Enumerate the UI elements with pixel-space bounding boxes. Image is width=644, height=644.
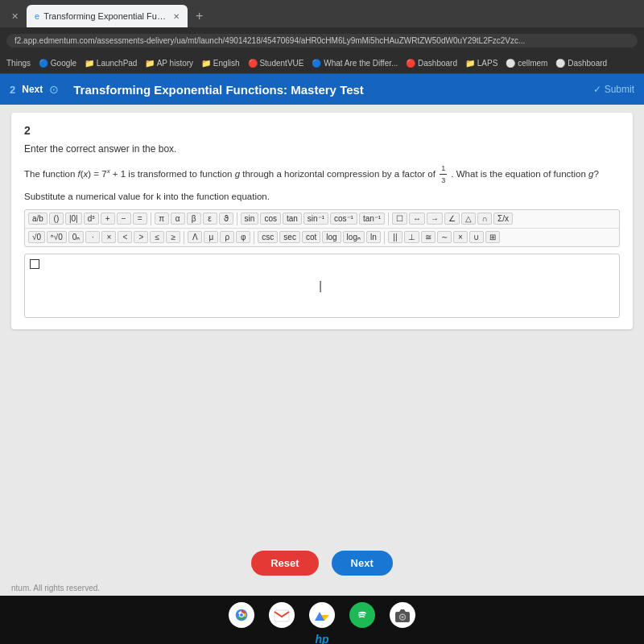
sub-instruction: Substitute a numerical value for k into … bbox=[24, 192, 620, 201]
toolbar-divider4 bbox=[184, 231, 184, 244]
math-toolbar: a/b () |0| d³ + − = π α β ε ϑ sin cos ta… bbox=[24, 209, 620, 247]
math-btn-bidir[interactable]: ↔ bbox=[409, 213, 425, 225]
question-text: The function f(x) = 7x + 1 is transforme… bbox=[24, 163, 620, 187]
bookmark-things[interactable]: Things bbox=[6, 59, 31, 68]
math-btn-gt[interactable]: > bbox=[134, 231, 148, 243]
math-btn-nth-sqrt[interactable]: ⁿ√0 bbox=[47, 231, 67, 243]
math-btn-mu[interactable]: μ bbox=[204, 231, 218, 243]
math-btn-theta[interactable]: ϑ bbox=[219, 213, 233, 225]
math-btn-logn[interactable]: logₙ bbox=[343, 231, 365, 243]
toolbar-divider5 bbox=[254, 231, 254, 244]
taskbar-drive-icon[interactable] bbox=[309, 602, 335, 628]
math-btn-arccos[interactable]: cos⁻¹ bbox=[330, 213, 357, 225]
math-btn-rho[interactable]: ρ bbox=[220, 231, 234, 243]
math-btn-ln[interactable]: ln bbox=[366, 231, 381, 243]
main-content: 2 Enter the correct answer in the box. T… bbox=[0, 105, 644, 539]
active-tab[interactable]: e Transforming Exponential Functi ✕ bbox=[27, 5, 188, 27]
answer-cursor bbox=[30, 259, 39, 269]
math-btn-pi[interactable]: π bbox=[155, 213, 169, 225]
header-next-button[interactable]: Next bbox=[22, 84, 43, 95]
math-btn-box[interactable]: ☐ bbox=[392, 213, 407, 225]
bookmark-dashboard[interactable]: 🔴 Dashboard bbox=[406, 59, 457, 68]
math-btn-angle[interactable]: ∠ bbox=[444, 213, 460, 225]
math-btn-beta[interactable]: β bbox=[187, 213, 201, 225]
question-num-badge: 2 bbox=[10, 84, 15, 96]
check-icon: ✓ bbox=[593, 84, 601, 95]
address-bar-row: f2.app.edmentum.com/assessments-delivery… bbox=[0, 27, 644, 53]
math-toolbar-row1: a/b () |0| d³ + − = π α β ε ϑ sin cos ta… bbox=[25, 210, 619, 229]
taskbar-chrome-icon[interactable] bbox=[229, 602, 254, 628]
bookmark-cellmem[interactable]: ⚪ cellmem bbox=[506, 59, 547, 68]
toolbar-divider bbox=[151, 213, 151, 225]
bookmark-google[interactable]: 🔵 Google bbox=[39, 59, 76, 68]
bookmark-english[interactable]: 📁 English bbox=[201, 59, 240, 68]
math-btn-similar[interactable]: ∼ bbox=[437, 231, 452, 243]
math-btn-phi[interactable]: φ bbox=[236, 231, 250, 243]
reset-button[interactable]: Reset bbox=[251, 551, 318, 576]
math-btn-sqrt[interactable]: √0 bbox=[28, 231, 45, 243]
question-number: 2 bbox=[24, 124, 620, 137]
new-tab-button[interactable]: + bbox=[191, 9, 208, 23]
text-cursor: | bbox=[319, 279, 322, 292]
math-btn-perp[interactable]: ⊥ bbox=[404, 231, 419, 243]
bookmark-studentvue[interactable]: 🔴 StudentVUE bbox=[248, 59, 304, 68]
math-btn-matrix[interactable]: ⊞ bbox=[485, 231, 500, 243]
app-title: Transforming Exponential Functions: Mast… bbox=[73, 83, 364, 97]
math-btn-congruent[interactable]: ≅ bbox=[421, 231, 436, 243]
taskbar-camera-icon[interactable] bbox=[390, 602, 415, 628]
answer-box[interactable]: | bbox=[24, 254, 620, 318]
math-btn-sum[interactable]: Σ/x bbox=[493, 213, 513, 225]
bookmark-laps[interactable]: 📁 LAPS bbox=[465, 59, 497, 68]
math-btn-gte[interactable]: ≥ bbox=[166, 231, 180, 243]
math-btn-subscript[interactable]: 0ₙ bbox=[68, 231, 85, 243]
tab-close-x[interactable]: ✕ bbox=[6, 11, 23, 22]
math-btn-times[interactable]: × bbox=[101, 231, 116, 243]
submit-button[interactable]: ✓ Submit bbox=[593, 84, 634, 95]
tab-close-button[interactable]: ✕ bbox=[173, 12, 180, 21]
math-btn-arcsin[interactable]: sin⁻¹ bbox=[303, 213, 328, 225]
bookmark-dashboard2[interactable]: ⚪ Dashboard bbox=[555, 59, 607, 68]
toolbar-divider3 bbox=[388, 213, 389, 225]
math-btn-intersect[interactable]: ∩ bbox=[477, 213, 492, 225]
bookmark-whatare[interactable]: 🔵 What Are the Differ... bbox=[312, 59, 398, 68]
taskbar-spotify-icon[interactable] bbox=[349, 602, 375, 628]
math-btn-lte[interactable]: ≤ bbox=[150, 231, 164, 243]
address-bar[interactable]: f2.app.edmentum.com/assessments-delivery… bbox=[6, 34, 638, 47]
math-btn-epsilon[interactable]: ε bbox=[203, 213, 217, 225]
math-btn-log[interactable]: log bbox=[322, 231, 341, 243]
math-btn-equals[interactable]: = bbox=[133, 213, 147, 225]
math-btn-cot[interactable]: cot bbox=[302, 231, 320, 243]
math-btn-union[interactable]: ∪ bbox=[469, 231, 484, 243]
math-btn-power[interactable]: d³ bbox=[84, 213, 99, 225]
math-btn-plus[interactable]: + bbox=[101, 213, 115, 225]
math-btn-rarrow[interactable]: → bbox=[427, 213, 443, 225]
hp-logo: hp bbox=[315, 633, 328, 644]
math-btn-abs[interactable]: |0| bbox=[65, 213, 82, 225]
math-btn-minus[interactable]: − bbox=[117, 213, 131, 225]
math-btn-sin[interactable]: sin bbox=[241, 213, 259, 225]
math-btn-cos[interactable]: cos bbox=[260, 213, 281, 225]
math-btn-csc[interactable]: csc bbox=[258, 231, 278, 243]
math-btn-alpha[interactable]: α bbox=[171, 213, 185, 225]
math-btn-parallel[interactable]: || bbox=[388, 231, 402, 243]
math-btn-fraction[interactable]: a/b bbox=[28, 213, 47, 225]
bookmark-ap[interactable]: 📁 AP history bbox=[145, 59, 193, 68]
math-btn-tan[interactable]: tan bbox=[283, 213, 302, 225]
math-btn-dot[interactable]: · bbox=[85, 231, 100, 243]
math-btn-paren[interactable]: () bbox=[49, 213, 64, 225]
next-button[interactable]: Next bbox=[332, 551, 393, 576]
svg-point-7 bbox=[402, 616, 404, 618]
math-btn-arctan[interactable]: tan⁻¹ bbox=[359, 213, 385, 225]
taskbar-gmail-icon[interactable] bbox=[269, 602, 295, 628]
copyright-text: ntum. All rights reserved. bbox=[11, 584, 100, 592]
math-btn-triangle[interactable]: △ bbox=[461, 213, 476, 225]
question-instruction: Enter the correct answer in the box. bbox=[24, 143, 620, 155]
math-btn-sec[interactable]: sec bbox=[279, 231, 300, 243]
math-toolbar-row2: √0 ⁿ√0 0ₙ · × < > ≤ ≥ Λ μ ρ φ csc sec co… bbox=[25, 229, 619, 246]
math-btn-lambda[interactable]: Λ bbox=[188, 231, 202, 243]
bookmark-launchpad[interactable]: 📁 LaunchPad bbox=[85, 59, 137, 68]
browser-chrome: ✕ e Transforming Exponential Functi ✕ + … bbox=[0, 0, 644, 74]
math-btn-lt[interactable]: < bbox=[118, 231, 132, 243]
info-icon: ⊙ bbox=[49, 83, 59, 96]
math-btn-mult[interactable]: × bbox=[453, 231, 468, 243]
